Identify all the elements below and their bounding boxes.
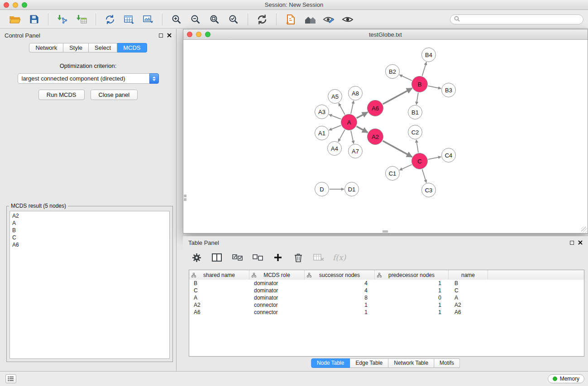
trash-icon[interactable] xyxy=(292,251,305,264)
tab-mcds[interactable]: MCDS xyxy=(117,43,147,52)
tab-style[interactable]: Style xyxy=(63,43,89,52)
vertical-scrollbar-mark[interactable] xyxy=(184,195,186,197)
table-cell[interactable]: B xyxy=(189,280,249,286)
table-cell[interactable]: C xyxy=(189,287,249,294)
new-network-icon[interactable] xyxy=(104,13,116,26)
float-table-panel-icon[interactable] xyxy=(570,241,574,245)
mcds-result-item[interactable]: C xyxy=(12,234,167,241)
eye-icon[interactable] xyxy=(341,13,354,26)
table-cell[interactable]: connector xyxy=(249,302,305,308)
table-cell[interactable]: 8 xyxy=(305,295,375,301)
zoom-in-icon[interactable] xyxy=(170,13,183,26)
graph-node-B1[interactable]: B1 xyxy=(408,105,422,119)
table-cell[interactable]: connector xyxy=(249,309,305,315)
graph-node-C4[interactable]: C4 xyxy=(441,148,456,162)
mcds-result-item[interactable]: A6 xyxy=(12,241,167,248)
column-header-shared-name[interactable]: shared name xyxy=(189,270,249,280)
graph-node-C1[interactable]: C1 xyxy=(385,166,400,181)
graph-node-C2[interactable]: C2 xyxy=(408,125,422,139)
zoom-fit-icon[interactable] xyxy=(208,13,221,26)
table-row[interactable]: Bdominator41B xyxy=(189,280,584,287)
table-cell[interactable]: A xyxy=(449,295,488,301)
graph-node-C[interactable]: C xyxy=(411,153,428,169)
run-mcds-button[interactable]: Run MCDS xyxy=(38,90,85,100)
home-icon[interactable] xyxy=(303,13,316,26)
close-panel-button[interactable]: Close panel xyxy=(91,90,138,100)
zoom-out-icon[interactable] xyxy=(189,13,202,26)
new-table-icon[interactable] xyxy=(123,13,135,26)
table-cell[interactable]: A xyxy=(189,295,249,301)
tab-node-table[interactable]: Node Table xyxy=(311,358,350,368)
column-header-name[interactable]: name xyxy=(449,270,488,280)
table-cell[interactable]: 4 xyxy=(305,280,375,286)
close-panel-icon[interactable] xyxy=(167,31,172,39)
task-history-button[interactable] xyxy=(5,374,16,383)
delete-table-icon[interactable] xyxy=(312,251,325,264)
graph-node-B3[interactable]: B3 xyxy=(441,83,456,97)
graph-node-A5[interactable]: A5 xyxy=(328,89,342,104)
memory-button[interactable]: Memory xyxy=(548,374,584,383)
column-header-mcds-role[interactable]: MCDS role xyxy=(249,270,305,280)
table-cell[interactable]: B xyxy=(449,280,488,286)
graph-node-A7[interactable]: A7 xyxy=(348,144,363,158)
graph-node-D[interactable]: D xyxy=(315,182,329,196)
mcds-result-item[interactable]: A2 xyxy=(12,212,167,219)
gear-icon[interactable] xyxy=(190,251,203,264)
graph-node-A4[interactable]: A4 xyxy=(327,141,342,156)
optimization-criterion-select[interactable]: largest connected component (directed) xyxy=(18,73,159,84)
network-canvas[interactable]: B4B2BB3A5A8A6A3AB1A1A2C2A4A7C4CC1C3DD1 xyxy=(183,40,588,233)
graph-node-A3[interactable]: A3 xyxy=(315,105,329,119)
table-cell[interactable]: dominator xyxy=(249,287,305,294)
graph-node-A6[interactable]: A6 xyxy=(367,100,383,116)
mcds-result-item[interactable]: B xyxy=(12,227,167,234)
graph-node-D1[interactable]: D1 xyxy=(344,182,359,196)
column-header-predecessor-nodes[interactable]: predecessor nodes xyxy=(375,270,449,280)
table-row[interactable]: A2connector11A2 xyxy=(189,301,584,309)
graph-node-B[interactable]: B xyxy=(411,76,428,92)
table-cell[interactable]: 1 xyxy=(375,302,449,308)
mcds-result-list[interactable]: A2ABCA6 xyxy=(10,211,170,359)
tab-network[interactable]: Network xyxy=(29,43,63,52)
column-visibility-icon[interactable] xyxy=(210,251,223,264)
open-document-icon[interactable] xyxy=(284,13,297,26)
import-network-icon[interactable] xyxy=(56,13,69,26)
float-panel-icon[interactable] xyxy=(159,33,163,38)
refresh-icon[interactable] xyxy=(256,13,268,26)
network-zoom-traffic-light-icon[interactable] xyxy=(205,32,210,37)
table-cell[interactable]: 4 xyxy=(305,287,375,294)
table-cell[interactable]: 1 xyxy=(375,309,449,315)
zoom-selected-icon[interactable] xyxy=(227,13,240,26)
horizontal-scrollbar-mark[interactable] xyxy=(382,230,388,233)
table-cell[interactable]: dominator xyxy=(249,295,305,301)
table-cell[interactable]: A6 xyxy=(449,309,488,315)
table-cell[interactable]: 0 xyxy=(375,295,449,301)
table-row[interactable]: A6connector11A6 xyxy=(189,309,584,316)
tab-edge-table[interactable]: Edge Table xyxy=(350,358,388,368)
column-header-successor-nodes[interactable]: successor nodes xyxy=(305,270,375,280)
app-titlebar[interactable]: Session: New Session xyxy=(0,0,588,10)
graph-node-A[interactable]: A xyxy=(341,114,357,130)
table-row[interactable]: Adominator80A xyxy=(189,294,584,301)
export-image-icon[interactable] xyxy=(142,13,154,26)
table-cell[interactable]: 1 xyxy=(375,287,449,294)
table-cell[interactable]: C xyxy=(449,287,488,294)
annotate-eye-icon[interactable] xyxy=(322,13,335,26)
table-cell[interactable]: 1 xyxy=(375,280,449,286)
zoom-traffic-light-icon[interactable] xyxy=(22,2,27,8)
import-table-icon[interactable] xyxy=(75,13,88,26)
graph-node-C3[interactable]: C3 xyxy=(421,183,436,197)
network-minimize-traffic-light-icon[interactable] xyxy=(196,32,201,37)
vertical-scrollbar-mark[interactable] xyxy=(184,198,186,201)
table-row[interactable]: Cdominator41C xyxy=(189,287,584,294)
network-close-traffic-light-icon[interactable] xyxy=(187,32,192,37)
table-cell[interactable]: A2 xyxy=(189,302,249,308)
save-icon[interactable] xyxy=(28,13,40,26)
close-traffic-light-icon[interactable] xyxy=(4,2,9,8)
network-window-titlebar[interactable]: testGlobe.txt xyxy=(183,29,588,40)
tab-network-table[interactable]: Network Table xyxy=(388,358,434,368)
graph-node-B2[interactable]: B2 xyxy=(385,64,400,79)
graph-node-A1[interactable]: A1 xyxy=(315,126,329,140)
deselect-all-icon[interactable] xyxy=(251,251,264,264)
table-cell[interactable]: dominator xyxy=(249,280,305,286)
graph-node-A2[interactable]: A2 xyxy=(367,129,383,145)
